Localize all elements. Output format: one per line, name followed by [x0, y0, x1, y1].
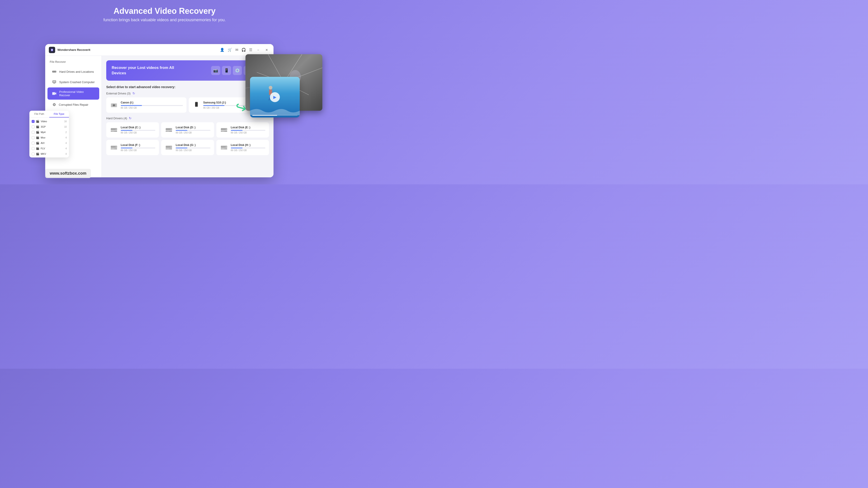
- svg-rect-4: [53, 81, 56, 83]
- wave-svg: [250, 106, 300, 115]
- page-title: Advanced Video Recovery: [0, 6, 329, 16]
- disk-f-bar-fill: [121, 148, 132, 149]
- sidebar-section-label: File Recover: [45, 60, 101, 66]
- mp4-file-icon: 🎬: [36, 131, 39, 134]
- drive-card-d[interactable]: Local Disk (D: ) 86 GB / 250 GB: [161, 122, 214, 138]
- drive-card-g[interactable]: Local Disk (G: ) 86 GB / 250 GB: [161, 140, 214, 155]
- svg-rect-2: [53, 71, 55, 72]
- banner[interactable]: Recover your Lost videos from All Device…: [106, 60, 269, 80]
- svg-rect-26: [221, 131, 224, 131]
- file-type-name-flv: FLV: [41, 147, 64, 150]
- file-type-checkbox-mov[interactable]: [32, 136, 35, 139]
- external-drives-header: External Drives (3) ↻: [106, 92, 269, 95]
- drive-card-f[interactable]: Local Disk (F: ) 86 GB / 250 GB: [106, 140, 159, 155]
- drive-card-canon[interactable]: Canon (I:) 86 GB / 250 GB: [106, 97, 186, 113]
- mov-file-icon: 🎬: [36, 136, 39, 139]
- disk-h-info: Local Disk (H: ) 86 GB / 250 GB: [231, 143, 266, 152]
- disk-h-name: Local Disk (H: ): [231, 143, 266, 147]
- profile-icon[interactable]: 👤: [220, 48, 224, 52]
- file-type-item-mkv[interactable]: 🎬 MKV 4: [29, 151, 69, 157]
- file-type-item-avi[interactable]: 🎬 AVI 4: [29, 140, 69, 146]
- disk-d-name: Local Disk (D: ): [176, 126, 210, 129]
- file-type-count-video: 16: [64, 120, 67, 123]
- file-type-checkbox-mkv[interactable]: [32, 153, 35, 156]
- titlebar: Wondershare Recoverit 👤 🛒 ✉ 🎧 ☰ − ✕: [45, 44, 274, 56]
- file-type-item-3gp[interactable]: 🎬 3GP 10: [29, 124, 69, 129]
- file-type-checkbox-mp4[interactable]: [32, 131, 35, 134]
- file-type-checkbox-avi[interactable]: [32, 142, 35, 144]
- watermark-text: www.softzbox.com: [50, 171, 86, 175]
- external-drives-refresh-icon[interactable]: ↻: [132, 92, 135, 95]
- samsung-drive-icon: [192, 101, 200, 109]
- disk-c-bar-track: [121, 130, 155, 131]
- disk-f-size: 86 GB / 250 GB: [121, 149, 155, 152]
- canon-drive-icon: [110, 101, 118, 109]
- file-type-count-mkv: 4: [65, 153, 67, 155]
- banner-text: Recover your Lost videos from All Device…: [112, 65, 184, 76]
- sidebar-item-professional-video[interactable]: Professional Video Recover: [48, 88, 99, 100]
- drive-card-h[interactable]: Local Disk (H: ) 86 GB / 250 GB: [216, 140, 269, 155]
- hard-drives-section: Hard Drivers (4) ↻: [106, 116, 269, 155]
- file-type-list: ✓ 🎬 Video 16 🎬 3GP 10 🎬 Mp4 2 🎬 Mov 4 🎬 …: [29, 118, 69, 158]
- app-logo: [49, 47, 55, 53]
- cart-icon[interactable]: 🛒: [228, 48, 232, 52]
- svg-rect-11: [113, 103, 114, 104]
- surfing-progress-bar: [252, 115, 298, 116]
- hard-drive-icon: [52, 69, 57, 74]
- disk-e-icon: [220, 126, 228, 134]
- disk-f-bar-track: [121, 148, 155, 149]
- disk-c-size: 86 GB / 250 GB: [121, 131, 155, 134]
- 3gp-file-icon: 🎬: [36, 125, 39, 128]
- sidebar-item-professional-video-label: Professional Video Recover: [59, 90, 95, 97]
- hard-drives-refresh-icon[interactable]: ↻: [129, 116, 131, 120]
- sidebar-item-system-crashed[interactable]: System Crashed Computer: [48, 77, 99, 87]
- svg-point-29: [116, 147, 117, 147]
- disk-h-size: 86 GB / 250 GB: [231, 149, 266, 152]
- tab-file-type[interactable]: File Type: [49, 111, 69, 118]
- file-type-checkbox-flv[interactable]: [32, 147, 35, 150]
- app-body: File Recover Hard Drives and Locations: [45, 56, 274, 177]
- disk-e-name: Local Disk (E: ): [231, 126, 266, 129]
- file-type-item-mp4[interactable]: 🎬 Mp4 2: [29, 129, 69, 135]
- disk-c-info: Local Disk (C: ) 86 GB / 250 GB: [121, 126, 155, 134]
- disk-g-info: Local Disk (G: ) 86 GB / 250 GB: [176, 143, 210, 152]
- tab-file-path[interactable]: File Path: [29, 111, 49, 118]
- disk-h-icon: [220, 143, 228, 152]
- svg-rect-34: [166, 149, 169, 149]
- file-type-name-mov: Mov: [41, 136, 64, 139]
- file-type-checkbox-video[interactable]: ✓: [32, 120, 35, 123]
- drive-card-c[interactable]: Local Disk (C: ) 86 GB / 250 GB: [106, 122, 159, 138]
- canon-drive-size: 86 GB / 250 GB: [121, 107, 183, 109]
- file-type-count-mov: 4: [65, 136, 67, 139]
- disk-g-size: 86 GB / 250 GB: [176, 149, 210, 152]
- file-type-item-flv[interactable]: 🎬 FLV 4: [29, 146, 69, 151]
- surfing-play-btn[interactable]: ▶: [270, 92, 280, 102]
- svg-rect-30: [111, 149, 114, 149]
- svg-point-48: [269, 86, 272, 90]
- menu-icon[interactable]: ☰: [249, 48, 252, 52]
- file-type-name-3gp: 3GP: [41, 125, 63, 128]
- svg-point-33: [170, 147, 172, 147]
- svg-point-14: [196, 106, 197, 107]
- banner-icon-camera: 📷: [211, 66, 220, 75]
- mail-icon[interactable]: ✉: [235, 48, 238, 52]
- minimize-button[interactable]: −: [255, 47, 261, 53]
- sidebar-item-corrupted-files[interactable]: Corrupted Files Repair: [48, 100, 99, 109]
- banner-icon-disc: 💿: [233, 66, 242, 75]
- disk-d-info: Local Disk (D: ) 86 GB / 250 GB: [176, 126, 210, 134]
- file-type-checkbox-3gp[interactable]: [32, 125, 35, 128]
- support-icon[interactable]: 🎧: [241, 48, 246, 52]
- drive-card-e[interactable]: Local Disk (E: ) 86 GB / 250 GB: [216, 122, 269, 138]
- close-button[interactable]: ✕: [264, 47, 270, 53]
- avi-file-icon: 🎬: [36, 141, 39, 144]
- file-type-item-video[interactable]: ✓ 🎬 Video 16: [29, 119, 69, 124]
- file-type-item-mov[interactable]: 🎬 Mov 4: [29, 135, 69, 140]
- repair-icon: [52, 102, 57, 107]
- watermark: www.softzbox.com: [45, 169, 91, 178]
- disk-d-size: 86 GB / 250 GB: [176, 131, 210, 134]
- svg-rect-22: [166, 131, 169, 131]
- computer-icon: [52, 80, 57, 84]
- sidebar-item-hard-drives[interactable]: Hard Drives and Locations: [48, 67, 99, 76]
- disk-d-icon: [165, 126, 173, 134]
- canon-bar-track: [121, 105, 183, 106]
